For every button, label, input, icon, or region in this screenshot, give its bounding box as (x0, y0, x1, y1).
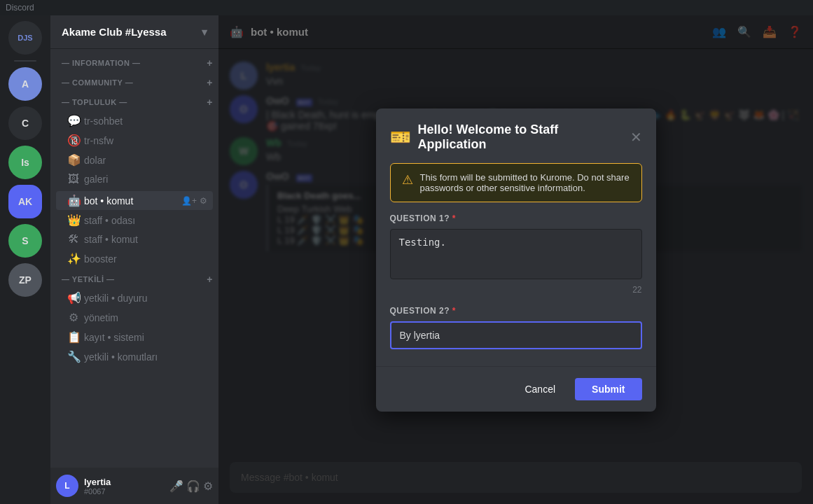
section-topluluk: — TOPLULUK — + 💬 tr-sohbet 🔞 tr-nsfw 📦 d… (50, 94, 218, 188)
channel-sidebar: Akame Club #Lyessa ▾ — INFORMATION — + —… (50, 15, 218, 504)
channel-item-staff-komut[interactable]: 🛠 staff • komut (56, 230, 213, 248)
kayit-icon: 📋 (67, 330, 80, 344)
user-info: lyertia #0067 (84, 477, 164, 496)
section-label: — YETKİLİ — (62, 275, 115, 284)
user-name: lyertia (84, 477, 164, 487)
duyuru-icon: 📢 (67, 291, 80, 304)
mic-icon[interactable]: 🎤 (169, 479, 183, 493)
chat-icon: 💬 (67, 114, 80, 127)
channel-item-kayit-sistemi[interactable]: 📋 kayıt • sistemi (56, 328, 213, 346)
question2-input[interactable] (390, 321, 642, 349)
user-area: L lyertia #0067 🎤 🎧 ⚙ (50, 468, 218, 504)
server-icon-6[interactable]: ZP (8, 263, 42, 297)
server-icon-1[interactable]: A (8, 67, 42, 101)
dolar-icon: 📦 (67, 153, 80, 167)
channel-item-tr-sohbet[interactable]: 💬 tr-sohbet (56, 111, 213, 130)
modal-title: Hello! Welcome to Staff Application (418, 122, 623, 152)
server-icon-5[interactable]: S (8, 224, 42, 258)
section-information: — INFORMATION — + (50, 55, 218, 71)
galeri-icon: 🖼 (67, 173, 80, 186)
yonetim-icon: ⚙ (67, 311, 80, 324)
server-name: Akame Club #Lyessa (62, 26, 167, 38)
server-icon-active[interactable]: AK (8, 185, 42, 218)
server-icon-djs[interactable]: DJS (8, 21, 42, 55)
avatar: L (56, 475, 78, 497)
channel-name: dolar (84, 155, 207, 166)
channel-item-yetkili-duyuru[interactable]: 📢 yetkili • duyuru (56, 288, 213, 307)
user-tag: #0067 (84, 487, 164, 496)
section-community: — COMMUNITY — + (50, 74, 218, 91)
bot-icon: 🤖 (67, 194, 80, 207)
warning-icon: ⚠ (402, 172, 413, 188)
question1-label: QUESTION 1? * (390, 214, 642, 223)
section-header-topluluk[interactable]: — TOPLULUK — + (50, 94, 218, 111)
section-label: — COMMUNITY — (62, 78, 133, 87)
channel-item-tr-nsfw[interactable]: 🔞 tr-nsfw (56, 131, 213, 150)
channel-name: kayıt • sistemi (84, 332, 207, 343)
modal-emoji: 🎫 (390, 127, 411, 147)
nsfw-icon: 🔞 (67, 134, 80, 147)
section-yetkili: — YETKİLİ — + 📢 yetkili • duyuru ⚙ yönet… (50, 271, 218, 366)
section-label: — TOPLULUK — (62, 98, 127, 106)
modal-header: 🎫 Hello! Welcome to Staff Application ✕ (376, 108, 656, 163)
modal-body: QUESTION 1? * Testing. 22 QUESTION 2? * (376, 214, 656, 366)
plus-icon[interactable]: + (207, 97, 213, 108)
channel-item-booster[interactable]: ✨ booster (56, 249, 213, 268)
channel-name: galeri (84, 174, 207, 185)
headset-icon[interactable]: 🎧 (186, 479, 200, 493)
server-icon-2[interactable]: C (8, 106, 42, 140)
channel-name: booster (84, 253, 207, 265)
server-icon-3[interactable]: Is (8, 146, 42, 179)
section-header-community[interactable]: — COMMUNITY — + (50, 74, 218, 91)
server-list: DJS A C Is AK S ZP (0, 15, 50, 504)
user-controls: 🎤 🎧 ⚙ (169, 479, 213, 493)
title-bar: Discord (0, 0, 813, 15)
section-label: — INFORMATION — (62, 59, 140, 67)
plus-icon[interactable]: + (207, 274, 213, 285)
cancel-button[interactable]: Cancel (513, 378, 567, 400)
komutlar-icon: 🔧 (67, 350, 80, 363)
channel-item-galeri[interactable]: 🖼 galeri (56, 170, 213, 188)
channel-item-yonetim[interactable]: ⚙ yönetim (56, 308, 213, 327)
question2-label: QUESTION 2? * (390, 306, 642, 316)
channel-actions: 👤+ ⚙ (181, 196, 207, 206)
section-bot: 🤖 bot • komut 👤+ ⚙ 👑 staff • odası 🛠 sta… (50, 191, 218, 268)
sidebar-header[interactable]: Akame Club #Lyessa ▾ (50, 15, 218, 49)
modal-footer: Cancel Submit (376, 366, 656, 412)
settings-icon[interactable]: ⚙ (203, 479, 213, 493)
warning-text: This form will be submitted to Kurome. D… (420, 172, 630, 193)
channel-item-staff-odasi[interactable]: 👑 staff • odası (56, 211, 213, 230)
question1-textarea[interactable]: Testing. (390, 229, 642, 279)
chevron-down-icon: ▾ (202, 26, 207, 38)
staff-icon: 👑 (67, 214, 80, 227)
submit-button[interactable]: Submit (575, 378, 641, 400)
char-count: 22 (390, 285, 642, 295)
staff-komut-icon: 🛠 (67, 233, 80, 246)
booster-icon: ✨ (67, 252, 80, 265)
channel-name: yetkili • duyuru (84, 293, 207, 304)
add-user-icon[interactable]: 👤+ (181, 196, 197, 206)
plus-icon[interactable]: + (207, 77, 213, 88)
channel-name: tr-sohbet (84, 115, 207, 127)
required-marker: * (452, 214, 456, 223)
main-content: 🤖 bot • komut 👥 🔍 📥 ❓ L lyertia Today Vv… (218, 15, 813, 504)
channel-name: yönetim (84, 312, 207, 323)
channel-name: yetkili • komutları (84, 351, 207, 363)
staff-application-modal: 🎫 Hello! Welcome to Staff Application ✕ … (376, 108, 656, 412)
server-separator (14, 60, 36, 62)
required-marker: * (452, 306, 456, 316)
plus-icon[interactable]: + (207, 57, 213, 69)
channel-item-dolar[interactable]: 📦 dolar (56, 150, 213, 169)
channel-item-yetkili-komutlari[interactable]: 🔧 yetkili • komutları (56, 347, 213, 366)
modal-warning: ⚠ This form will be submitted to Kurome.… (390, 163, 642, 202)
gear-icon[interactable]: ⚙ (200, 196, 207, 206)
app-title: Discord (6, 3, 34, 13)
channel-name: staff • komut (84, 234, 207, 245)
section-header-information[interactable]: — INFORMATION — + (50, 55, 218, 71)
section-header-yetkili[interactable]: — YETKİLİ — + (50, 271, 218, 288)
close-button[interactable]: ✕ (630, 129, 642, 146)
modal-overlay: 🎫 Hello! Welcome to Staff Application ✕ … (218, 15, 813, 504)
channel-name: tr-nsfw (84, 135, 207, 146)
channel-name: staff • odası (84, 215, 207, 226)
channel-item-bot-komut[interactable]: 🤖 bot • komut 👤+ ⚙ (56, 191, 213, 210)
